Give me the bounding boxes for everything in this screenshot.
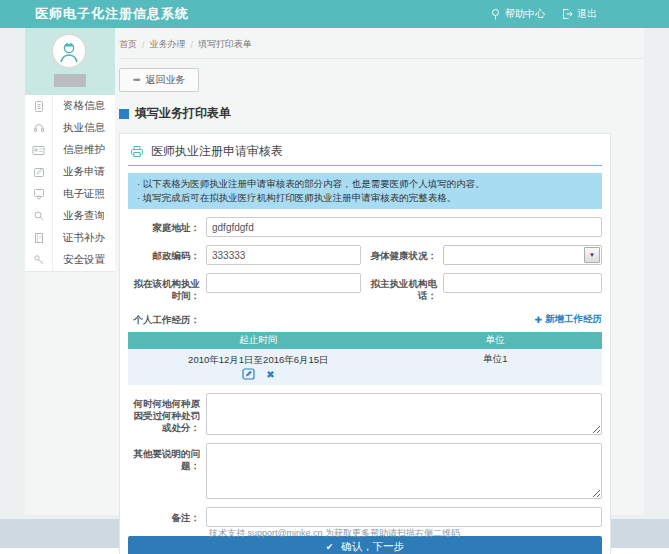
headset-icon: [25, 117, 53, 139]
org-phone-input[interactable]: [443, 273, 602, 293]
sidebar-item-label: 信息维护: [53, 139, 105, 161]
table-row: 2010年12月1日至2016年6月15日 ✖: [128, 349, 602, 385]
punishment-label: 何时何地何种原因受过何种处罚或处分：: [128, 393, 206, 434]
printer-icon: [130, 145, 144, 158]
practice-time-input[interactable]: [206, 273, 361, 293]
health-status-value: [444, 246, 583, 264]
sidebar-item-label: 业务申请: [53, 161, 105, 183]
logout-label: 退出: [577, 7, 597, 21]
sidebar-menu: 资格信息 执业信息 信息维护 业务申请 电子证照: [25, 95, 115, 272]
edit-pencil-icon: [242, 368, 255, 380]
punishment-textarea[interactable]: [206, 393, 602, 435]
plus-icon: ✚: [534, 315, 542, 325]
edit-square-icon: [25, 161, 53, 183]
dropdown-arrow-icon: ▼: [584, 247, 600, 263]
other-issues-textarea[interactable]: [206, 443, 602, 499]
notice-line: 以下表格为医师执业注册申请审核表的部分内容，也是需要医师个人填写的内容。: [137, 177, 593, 191]
sidebar-item-e-certificate[interactable]: 电子证照: [25, 183, 115, 205]
blue-square-bullet-icon: [119, 109, 129, 119]
home-address-input[interactable]: [206, 217, 602, 237]
page-title: 填写业务打印表单: [119, 105, 644, 122]
confirm-next-label: 确认，下一步: [341, 540, 404, 554]
postal-code-input[interactable]: [206, 245, 361, 265]
home-address-label: 家庭地址：: [128, 217, 206, 234]
sidebar-item-label: 电子证照: [53, 183, 105, 205]
unit-cell: 单位1: [389, 349, 602, 385]
breadcrumb-business[interactable]: 业务办理: [150, 38, 186, 51]
sidebar-item-label: 业务查询: [53, 205, 105, 227]
back-button-label: 返回业务: [145, 73, 185, 87]
add-work-history-link[interactable]: ✚ 新增工作经历: [534, 313, 602, 326]
main-panel: 资格信息 执业信息 信息维护 业务申请 电子证照: [25, 28, 644, 515]
notice-box: 以下表格为医师执业注册申请审核表的部分内容，也是需要医师个人填写的内容。 填写完…: [128, 173, 602, 209]
logout-icon: [561, 8, 573, 20]
postal-code-label: 邮政编码：: [128, 245, 206, 265]
practice-time-label: 拟在该机构执业时间：: [128, 273, 206, 302]
health-status-select[interactable]: ▼: [443, 245, 602, 265]
sidebar-item-qualification-info[interactable]: 资格信息: [25, 95, 115, 117]
form-card: 医师执业注册申请审核表 以下表格为医师执业注册申请审核表的部分内容，也是需要医师…: [119, 133, 611, 554]
notebook-icon: [25, 227, 53, 249]
breadcrumb-current: 填写打印表单: [198, 38, 252, 51]
sidebar-item-label: 执业信息: [53, 117, 105, 139]
postal-code-group: 邮政编码：: [128, 245, 361, 265]
search-icon: [25, 205, 53, 227]
key-icon: [25, 249, 53, 271]
notice-line: 填写完成后可在拟执业医疗机构打印医师执业注册申请审核表的完整表格。: [137, 191, 593, 205]
breadcrumb-home[interactable]: 首页: [119, 38, 137, 51]
sidebar-item-label: 安全设置: [53, 249, 105, 271]
id-card-icon: [25, 139, 53, 161]
sidebar-item-label: 资格信息: [53, 95, 105, 117]
check-icon: ✔: [326, 542, 334, 552]
work-history-label: 个人工作经历：: [128, 314, 206, 326]
remark-label: 备注：: [128, 507, 206, 524]
breadcrumb: 首页 / 业务办理 / 填写打印表单: [119, 28, 644, 59]
footer-text: 技术支持 support@minke.cn 为获取更多帮助请扫描右侧二维码: [209, 527, 460, 540]
column-header-period: 起止时间: [128, 332, 389, 349]
ellipsis-icon: •••: [133, 76, 139, 85]
practice-time-group: 拟在该机构执业时间：: [128, 273, 361, 302]
breadcrumb-separator: /: [142, 40, 145, 50]
edit-row-button[interactable]: [242, 368, 255, 382]
delete-row-button[interactable]: ✖: [266, 370, 274, 380]
logout-link[interactable]: 退出: [561, 7, 597, 21]
topbar-actions: 帮助中心 退出: [490, 7, 597, 21]
doctor-icon: [56, 38, 82, 64]
top-header: 医师电子化注册信息系统 帮助中心 退出: [0, 0, 669, 28]
sidebar-item-business-application[interactable]: 业务申请: [25, 161, 115, 183]
work-history-table: 起止时间 单位 2010年12月1日至2016年6月15日: [128, 332, 602, 385]
health-status-label: 身体健康状况：: [361, 245, 443, 265]
org-phone-group: 拟主执业机构电话：: [361, 273, 602, 302]
form-card-header: 医师执业注册申请审核表: [128, 140, 602, 166]
app-title: 医师电子化注册信息系统: [35, 5, 189, 23]
sidebar-item-security-settings[interactable]: 安全设置: [25, 249, 115, 271]
help-pin-icon: [490, 8, 501, 21]
sidebar-item-info-maintenance[interactable]: 信息维护: [25, 139, 115, 161]
help-center-label: 帮助中心: [505, 7, 545, 21]
column-header-unit: 单位: [389, 332, 602, 349]
period-value: 2010年12月1日至2016年6月15日: [128, 353, 389, 366]
user-name-redacted: [54, 74, 86, 87]
health-status-group: 身体健康状况： ▼: [361, 245, 602, 265]
avatar-block: [25, 28, 115, 95]
page-background: 资格信息 执业信息 信息维护 业务申请 电子证照: [0, 28, 669, 519]
other-issues-label: 其他要说明的问题：: [128, 443, 206, 472]
certificate-icon: [25, 183, 53, 205]
add-work-history-label: 新增工作经历: [545, 313, 602, 326]
sidebar-item-certificate-reissue[interactable]: 证书补办: [25, 227, 115, 249]
back-to-business-button[interactable]: ••• 返回业务: [119, 68, 199, 92]
sidebar-item-label: 证书补办: [53, 227, 105, 249]
period-cell: 2010年12月1日至2016年6月15日 ✖: [128, 349, 389, 385]
org-phone-label: 拟主执业机构电话：: [361, 273, 443, 302]
page-title-text: 填写业务打印表单: [135, 105, 231, 122]
content-area: 首页 / 业务办理 / 填写打印表单 ••• 返回业务 填写业务打印表单: [115, 28, 644, 515]
sidebar-item-business-query[interactable]: 业务查询: [25, 205, 115, 227]
sidebar: 资格信息 执业信息 信息维护 业务申请 电子证照: [25, 28, 115, 515]
sidebar-item-practice-info[interactable]: 执业信息: [25, 117, 115, 139]
help-center-link[interactable]: 帮助中心: [490, 7, 545, 21]
form-title: 医师执业注册申请审核表: [151, 143, 283, 160]
avatar: [52, 34, 86, 68]
table-header-row: 起止时间 单位: [128, 332, 602, 349]
remark-input[interactable]: [206, 507, 602, 527]
breadcrumb-separator: /: [191, 40, 194, 50]
